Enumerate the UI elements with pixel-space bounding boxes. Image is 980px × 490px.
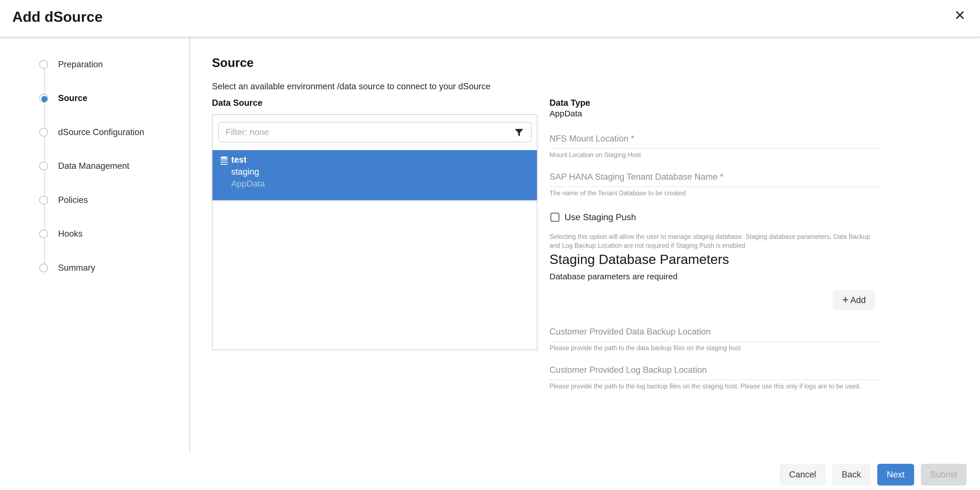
log-backup-location-help: Please provide the path to the log backu…	[549, 382, 880, 390]
step-label: Data Management	[58, 161, 129, 171]
cancel-button[interactable]: Cancel	[780, 464, 826, 485]
log-backup-location-input[interactable]: Customer Provided Log Backup Location	[549, 365, 880, 380]
log-backup-location-field: Customer Provided Log Backup Location Pl…	[549, 365, 880, 390]
page-subtitle: Select an available environment /data so…	[212, 81, 490, 92]
staging-push-checkbox[interactable]	[550, 212, 560, 222]
back-button[interactable]: Back	[832, 464, 870, 485]
data-source-environment: staging	[231, 167, 259, 177]
data-type-label: Data Type	[549, 98, 590, 108]
add-dsource-dialog: Add dSource × Preparation Source dSource…	[0, 0, 980, 490]
step-circle-icon	[39, 162, 48, 171]
data-backup-location-input[interactable]: Customer Provided Data Backup Location	[549, 327, 880, 342]
dialog-body: Preparation Source dSource Configuration…	[0, 37, 980, 490]
page-title: Source	[212, 56, 253, 70]
staging-push-description: Selecting this option will allow the use…	[549, 232, 882, 250]
step-content: Source Select an available environment /…	[190, 37, 980, 490]
nfs-mount-location-help: Mount Location on Staging Host	[549, 151, 880, 159]
step-label: Source	[58, 93, 88, 103]
database-icon	[220, 156, 228, 166]
step-data-management[interactable]: Data Management	[0, 155, 189, 177]
data-source-label: Data Source	[212, 98, 262, 108]
data-source-list: test staging AppData	[212, 114, 538, 350]
staging-db-params-heading: Staging Database Parameters	[549, 252, 729, 267]
filter-funnel-icon[interactable]	[514, 128, 524, 137]
add-parameter-button[interactable]: + Add	[832, 290, 875, 310]
close-icon[interactable]: ×	[950, 5, 970, 25]
data-source-name: test	[231, 155, 247, 165]
step-policies[interactable]: Policies	[0, 189, 189, 211]
data-backup-location-field: Customer Provided Data Backup Location P…	[549, 327, 880, 352]
sap-hana-tenant-db-input[interactable]: SAP HANA Staging Tenant Database Name *	[549, 172, 880, 187]
filter-input[interactable]	[219, 122, 531, 142]
dialog-title: Add dSource	[12, 8, 103, 25]
step-source[interactable]: Source	[0, 87, 189, 109]
staging-db-params-note: Database parameters are required	[549, 272, 678, 281]
filter-field	[218, 122, 531, 142]
data-source-item-test[interactable]: test staging AppData	[213, 150, 537, 200]
submit-button[interactable]: Submit	[921, 464, 967, 485]
dialog-footer: Cancel Back Next Submit	[0, 464, 967, 485]
nfs-mount-location-field: NFS Mount Location * Mount Location on S…	[549, 134, 880, 159]
step-preparation[interactable]: Preparation	[0, 53, 189, 76]
use-staging-push-option[interactable]: Use Staging Push	[550, 212, 636, 222]
data-backup-location-help: Please provide the path to the data back…	[549, 344, 880, 352]
step-label: Preparation	[58, 59, 103, 70]
plus-icon: +	[842, 294, 848, 305]
step-label: Summary	[58, 263, 95, 273]
sap-hana-tenant-db-field: SAP HANA Staging Tenant Database Name * …	[549, 172, 880, 197]
step-circle-icon	[39, 263, 48, 272]
step-dsource-configuration[interactable]: dSource Configuration	[0, 121, 189, 143]
dialog-header: Add dSource ×	[0, 0, 980, 37]
staging-push-label: Use Staging Push	[565, 212, 636, 222]
add-button-label: Add	[850, 295, 866, 305]
step-summary[interactable]: Summary	[0, 257, 189, 279]
step-circle-active-icon	[39, 94, 48, 103]
step-label: Hooks	[58, 229, 83, 239]
nfs-mount-location-input[interactable]: NFS Mount Location *	[549, 134, 880, 149]
step-hooks[interactable]: Hooks	[0, 223, 189, 245]
step-label: dSource Configuration	[58, 127, 144, 137]
wizard-stepper: Preparation Source dSource Configuration…	[0, 37, 190, 453]
data-source-type: AppData	[231, 179, 265, 189]
data-type-value: AppData	[549, 109, 582, 118]
sap-hana-tenant-db-help: The name of the Tenant Database to be cr…	[549, 189, 880, 197]
step-label: Policies	[58, 195, 88, 205]
next-button[interactable]: Next	[877, 464, 914, 485]
step-circle-icon	[39, 60, 48, 69]
step-circle-icon	[39, 128, 48, 137]
step-circle-icon	[39, 196, 48, 205]
step-circle-icon	[39, 229, 48, 238]
